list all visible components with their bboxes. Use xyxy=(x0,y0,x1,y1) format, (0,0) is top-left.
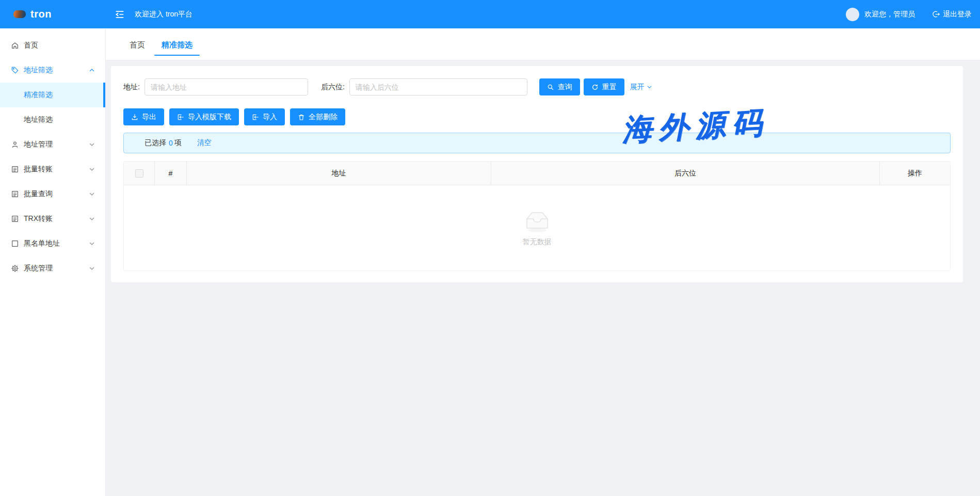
reset-button[interactable]: 重置 xyxy=(584,78,624,95)
expand-link[interactable]: 展开 xyxy=(630,83,652,92)
sidebar-subitem-precise-filter[interactable]: 精准筛选 xyxy=(0,83,105,107)
sidebar-item-address-manage[interactable]: 地址管理 xyxy=(0,132,105,157)
chevron-down-icon xyxy=(89,191,95,197)
avatar[interactable] xyxy=(846,8,859,21)
sidebar-item-blacklist[interactable]: 黑名单地址 xyxy=(0,231,105,256)
sidebar-subitem-address-filter[interactable]: 地址筛选 xyxy=(0,107,105,132)
sidebar-item-batch-transfer[interactable]: 批量转账 xyxy=(0,157,105,182)
expand-link-label: 展开 xyxy=(630,83,645,92)
tab-label: 精准筛选 xyxy=(162,40,192,50)
tab-precise-filter[interactable]: 精准筛选 xyxy=(153,30,201,60)
chevron-up-icon xyxy=(89,67,95,73)
sidebar-subitem-label: 地址筛选 xyxy=(24,115,53,124)
sidebar-item-address-filter-group[interactable]: 地址筛选 xyxy=(0,58,105,83)
selected-count: 0 xyxy=(169,139,173,147)
empty-box-icon xyxy=(521,210,554,233)
delete-all-button-label: 全部删除 xyxy=(309,113,338,122)
logout-icon xyxy=(933,10,940,18)
search-button[interactable]: 查询 xyxy=(539,78,580,95)
reset-button-label: 重置 xyxy=(602,83,617,92)
import-icon xyxy=(177,114,184,121)
sidebar-item-label: TRX转账 xyxy=(24,214,53,223)
list-icon xyxy=(11,190,19,198)
filter-card: 地址: 后六位: 查询 重置 展开 xyxy=(111,66,963,282)
logo-text: tron xyxy=(30,8,52,20)
selected-suffix: 项 xyxy=(174,138,182,148)
tag-icon xyxy=(11,66,19,74)
delete-all-button[interactable]: 全部删除 xyxy=(290,108,345,125)
empty-text: 暂无数据 xyxy=(523,237,552,247)
chevron-down-icon xyxy=(89,241,95,247)
sidebar-item-label: 批量查询 xyxy=(24,189,53,199)
sidebar-subitem-label: 精准筛选 xyxy=(24,90,53,100)
download-icon xyxy=(131,114,138,121)
table-header-row: # 地址 后六位 操作 xyxy=(124,162,950,185)
select-all-checkbox[interactable] xyxy=(135,169,143,178)
sidebar-collapse-icon[interactable] xyxy=(113,8,126,21)
sidebar-item-batch-query[interactable]: 批量查询 xyxy=(0,182,105,206)
selected-prefix: 已选择 xyxy=(144,138,166,148)
toolbar: 导出 导入模版下载 导入 全部删除 xyxy=(123,108,951,125)
filter-form: 地址: 后六位: 查询 重置 展开 xyxy=(123,78,951,95)
column-header-address: 地址 xyxy=(187,162,491,185)
sidebar-item-label: 地址筛选 xyxy=(24,66,53,75)
chevron-down-icon xyxy=(89,141,95,148)
chevron-down-icon xyxy=(647,84,652,90)
content-area: 地址: 后六位: 查询 重置 展开 xyxy=(106,60,980,496)
import-button-label: 导入 xyxy=(263,113,277,122)
logout-button[interactable]: 退出登录 xyxy=(933,10,972,19)
sidebar: 首页 地址筛选 精准筛选 地址筛选 地址管理 批量转账 xyxy=(0,28,106,496)
home-icon xyxy=(11,41,19,50)
user-greeting: 欢迎您，管理员 xyxy=(864,10,915,19)
search-button-label: 查询 xyxy=(558,83,572,92)
table-empty-state: 暂无数据 xyxy=(124,185,950,270)
select-all-cell xyxy=(124,162,155,185)
sidebar-item-label: 批量转账 xyxy=(24,165,53,174)
import-icon xyxy=(252,114,259,121)
tab-label: 首页 xyxy=(130,40,145,50)
sidebar-item-label: 地址管理 xyxy=(24,140,53,149)
logo: tron xyxy=(0,8,106,20)
list-icon xyxy=(11,165,19,173)
user-area: 欢迎您，管理员 退出登录 xyxy=(846,8,980,21)
sidebar-item-label: 首页 xyxy=(24,41,38,50)
tabbar: 首页 精准筛选 xyxy=(106,28,980,60)
sidebar-item-label: 黑名单地址 xyxy=(24,239,60,248)
chevron-down-icon xyxy=(89,216,95,222)
sidebar-item-label: 系统管理 xyxy=(24,264,53,273)
welcome-text: 欢迎进入 tron平台 xyxy=(135,10,192,19)
import-button[interactable]: 导入 xyxy=(244,108,285,125)
data-table: # 地址 后六位 操作 暂无数据 xyxy=(123,161,951,271)
square-icon xyxy=(11,239,19,248)
selection-bar: 已选择 0 项 清空 xyxy=(123,133,951,153)
sidebar-item-home[interactable]: 首页 xyxy=(0,33,105,58)
sidebar-item-trx-transfer[interactable]: TRX转账 xyxy=(0,206,105,231)
logout-label: 退出登录 xyxy=(943,10,972,19)
template-download-button[interactable]: 导入模版下载 xyxy=(169,108,239,125)
logo-icon xyxy=(13,10,26,18)
suffix-input[interactable] xyxy=(349,78,527,95)
user-icon xyxy=(11,140,19,149)
list-icon xyxy=(11,215,19,223)
chevron-down-icon xyxy=(89,166,95,172)
column-header-index: # xyxy=(155,162,187,185)
trash-icon xyxy=(298,114,305,121)
address-label: 地址: xyxy=(123,83,140,92)
column-header-suffix: 后六位 xyxy=(491,162,880,185)
tab-home[interactable]: 首页 xyxy=(121,30,153,60)
app-header: tron 欢迎进入 tron平台 欢迎您，管理员 退出登录 xyxy=(0,0,980,28)
column-header-actions: 操作 xyxy=(880,162,950,185)
gear-icon xyxy=(11,264,19,273)
template-download-button-label: 导入模版下载 xyxy=(188,113,231,122)
export-button-label: 导出 xyxy=(142,113,156,122)
suffix-label: 后六位: xyxy=(321,83,345,92)
export-button[interactable]: 导出 xyxy=(123,108,164,125)
address-input[interactable] xyxy=(144,78,308,95)
chevron-down-icon xyxy=(89,265,95,271)
sidebar-item-system-manage[interactable]: 系统管理 xyxy=(0,256,105,281)
reload-icon xyxy=(591,84,599,91)
clear-selection-link[interactable]: 清空 xyxy=(197,138,212,148)
search-icon xyxy=(547,84,554,91)
